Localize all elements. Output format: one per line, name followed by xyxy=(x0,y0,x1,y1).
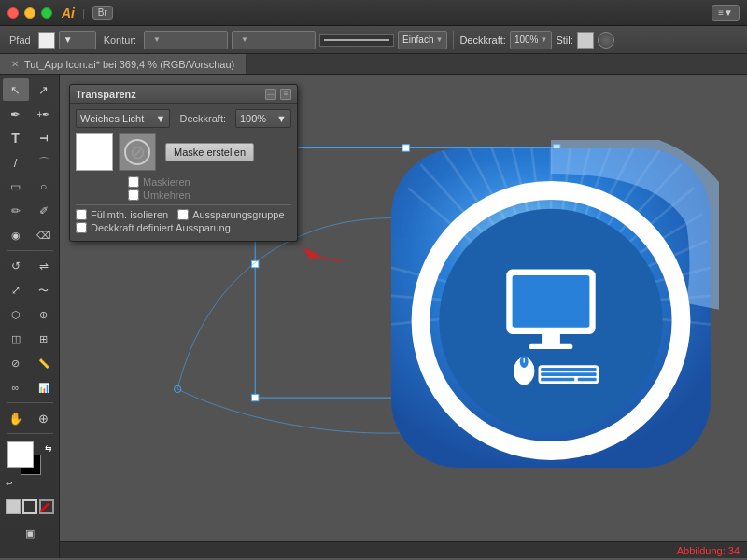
panel-header[interactable]: Transparenz — ≡ xyxy=(70,85,297,104)
opacity-panel-field[interactable]: 100% ▼ xyxy=(235,109,291,128)
ellipse-tool[interactable]: ○ xyxy=(31,175,57,198)
vertical-type-tool[interactable]: T xyxy=(33,125,55,151)
rectangle-tool[interactable]: ▭ xyxy=(3,175,29,198)
stroke-width-dropdown[interactable]: ▼ xyxy=(232,31,316,49)
line-tool[interactable]: / xyxy=(3,151,29,174)
screen-mode-btn[interactable]: ▣ xyxy=(17,522,43,544)
toolbar-separator-1 xyxy=(7,250,53,251)
default-colors-icon[interactable]: ↩ xyxy=(6,479,13,488)
screen-mode-row: ▣ xyxy=(17,522,43,544)
hand-tool[interactable]: ✋ xyxy=(3,407,29,429)
selection-tool[interactable]: ↖ xyxy=(3,78,29,101)
panel-body: Weiches Licht ▼ Deckkraft: 100% ▼ ⊘ xyxy=(70,104,297,241)
svg-line-13 xyxy=(316,256,342,261)
statusbar: Abbildung: 34 xyxy=(60,541,747,558)
mesh-tool[interactable]: ⊞ xyxy=(31,328,57,350)
gradient-tool[interactable]: ◫ xyxy=(3,328,29,350)
pencil-tool[interactable]: ✐ xyxy=(31,200,57,222)
measure-tool[interactable]: 📏 xyxy=(31,352,57,374)
blend-mode-label: Weiches Licht xyxy=(80,113,144,124)
checkboxes-area: Maskieren Umkehren xyxy=(128,176,291,201)
opacity-arrow-icon: ▼ xyxy=(540,35,547,44)
umkehren-row: Umkehren xyxy=(128,189,291,201)
umkehren-checkbox[interactable] xyxy=(128,189,139,201)
minimize-button[interactable] xyxy=(24,7,35,19)
abbildung-text: Abbildung: 34 xyxy=(677,545,740,556)
tool-section-view: ✋ ⊕ xyxy=(0,407,59,429)
tabbar: ✕ Tut_App Icon.ai* bei 369,4 % (RGB/Vors… xyxy=(0,54,747,75)
stroke-type-dropdown[interactable]: Einfach ▼ xyxy=(398,31,447,49)
aussparung-checkbox[interactable] xyxy=(177,209,189,220)
deckkraft-checkbox[interactable] xyxy=(76,222,87,233)
panel-menu-btn[interactable]: ≡ xyxy=(280,89,291,100)
stil-label: Stil: xyxy=(556,35,572,46)
tool-section-select: ↖ ↗ ✒ +✒ T T / ⌒ ▭ ○ ✏ ✐ xyxy=(0,78,59,246)
no-mask-icon: ⊘ xyxy=(130,143,146,161)
swap-colors-icon[interactable]: ⇆ xyxy=(45,443,52,453)
document-tab[interactable]: ✕ Tut_App Icon.ai* bei 369,4 % (RGB/Vors… xyxy=(0,54,247,74)
arc-tool[interactable]: ⌒ xyxy=(31,151,57,174)
chart-tool[interactable]: 📊 xyxy=(31,376,57,399)
reflect-tool[interactable]: ⇌ xyxy=(31,255,57,277)
direct-selection-tool[interactable]: ↗ xyxy=(31,78,57,101)
toolbar-separator-3 xyxy=(7,433,53,434)
panel-collapse-btn[interactable]: — xyxy=(265,89,276,100)
layer-thumbnail xyxy=(76,133,113,171)
main-area: ↖ ↗ ✒ +✒ T T / ⌒ ▭ ○ ✏ ✐ xyxy=(0,75,747,558)
blend-mode-dropdown[interactable]: Weiches Licht ▼ xyxy=(76,109,170,128)
add-anchor-tool[interactable]: +✒ xyxy=(31,103,57,125)
br-badge[interactable]: Br xyxy=(92,6,113,20)
warp-tool[interactable]: 〜 xyxy=(31,279,57,301)
svg-rect-50 xyxy=(541,368,596,371)
svg-rect-6 xyxy=(252,394,259,400)
app-icon-wrapper xyxy=(383,140,719,476)
deckkraft-label: Deckkraft definiert Aussparung xyxy=(91,222,231,233)
maskieren-label: Maskieren xyxy=(143,176,190,188)
stroke-mode-btn[interactable] xyxy=(22,499,37,514)
tab-close-btn[interactable]: ✕ xyxy=(11,59,19,69)
eyedropper-tool[interactable]: ⊘ xyxy=(3,352,29,374)
maskieren-checkbox[interactable] xyxy=(128,176,139,188)
none-mode-btn[interactable] xyxy=(39,499,54,514)
free-transform-tool[interactable]: ⬡ xyxy=(3,303,29,326)
scale-tool[interactable]: ⤢ xyxy=(3,279,29,301)
stroke-dropdown[interactable]: ▼ xyxy=(59,31,96,49)
fullmth-label: Füllmth. isolieren xyxy=(91,209,168,220)
fullmth-checkbox[interactable] xyxy=(76,209,87,220)
blend-mode-row: Weiches Licht ▼ Deckkraft: 100% ▼ xyxy=(76,109,291,128)
type-tool[interactable]: T xyxy=(3,127,29,149)
blend-mode-arrow-icon: ▼ xyxy=(156,113,166,124)
left-toolbar: ↖ ↗ ✒ +✒ T T / ⌒ ▭ ○ ✏ ✐ xyxy=(0,75,60,558)
tool-row-5: ▭ ○ xyxy=(3,175,57,198)
traffic-lights xyxy=(7,7,52,19)
toolbar-divider-1 xyxy=(453,31,454,49)
create-mask-button[interactable]: Maske erstellen xyxy=(165,143,254,161)
fill-swatch[interactable] xyxy=(38,32,55,49)
globe-icon[interactable] xyxy=(598,32,614,49)
shape-builder-tool[interactable]: ⊕ xyxy=(31,303,57,326)
fullscreen-button[interactable] xyxy=(41,7,52,19)
zoom-tool[interactable]: ⊕ xyxy=(31,407,57,429)
tool-row-2: ✒ +✒ xyxy=(3,103,57,125)
view-options-button[interactable]: ≡▼ xyxy=(712,5,740,21)
paintbrush-tool[interactable]: ✏ xyxy=(3,200,29,222)
fill-mode-btn[interactable] xyxy=(6,499,21,514)
opacity-panel-label: Deckkraft: xyxy=(176,113,230,124)
tool-row-9: ⤢ 〜 xyxy=(3,279,57,301)
stroke-type-arrow-icon: ▼ xyxy=(435,35,443,44)
stil-swatch[interactable] xyxy=(577,32,594,49)
mask-thumbnail[interactable]: ⊘ xyxy=(119,133,156,171)
tool-row-8: ↺ ⇌ xyxy=(3,255,57,277)
kontur-value-dropdown[interactable]: ▼ xyxy=(144,31,228,49)
tool-section-transform: ↺ ⇌ ⤢ 〜 ⬡ ⊕ ◫ ⊞ ⊘ 📏 ∞ 📊 xyxy=(0,255,59,399)
blend-tool[interactable]: ∞ xyxy=(3,376,29,399)
app-icon-svg xyxy=(383,140,719,476)
rotate-tool[interactable]: ↺ xyxy=(3,255,29,277)
eraser-tool[interactable]: ⌫ xyxy=(31,224,57,246)
title-right-controls: ≡▼ xyxy=(712,5,740,21)
close-button[interactable] xyxy=(7,7,19,19)
foreground-color-swatch[interactable] xyxy=(7,441,34,468)
pen-tool[interactable]: ✒ xyxy=(3,103,29,125)
opacity-dropdown[interactable]: 100% ▼ xyxy=(510,31,553,49)
blob-brush-tool[interactable]: ◉ xyxy=(3,224,29,246)
